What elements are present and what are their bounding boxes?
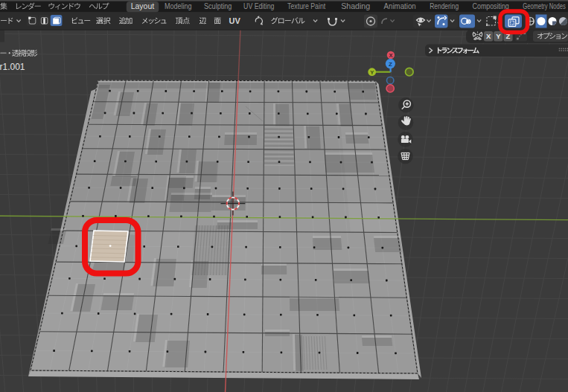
- svg-text:Z: Z: [389, 61, 392, 68]
- svg-text:Sculpting: Sculpting: [204, 2, 232, 10]
- svg-text:UV Editing: UV Editing: [243, 2, 274, 10]
- svg-text:UV: UV: [229, 16, 241, 25]
- svg-text:Animation: Animation: [384, 2, 416, 10]
- svg-text:Rendering: Rendering: [430, 2, 459, 10]
- svg-text:X: X: [486, 32, 491, 40]
- svg-text:Shading: Shading: [341, 2, 370, 10]
- svg-text:Texture Paint: Texture Paint: [287, 2, 325, 10]
- svg-text:Layout: Layout: [131, 2, 155, 10]
- svg-text:X: X: [389, 52, 392, 59]
- svg-text:Geometry Nodes: Geometry Nodes: [523, 2, 565, 10]
- svg-text:Modeling: Modeling: [165, 2, 192, 10]
- svg-text:r1.001: r1.001: [0, 62, 25, 72]
- svg-text:Y: Y: [496, 32, 501, 40]
- svg-text:Y: Y: [370, 69, 374, 76]
- svg-text:Compositing: Compositing: [473, 2, 509, 10]
